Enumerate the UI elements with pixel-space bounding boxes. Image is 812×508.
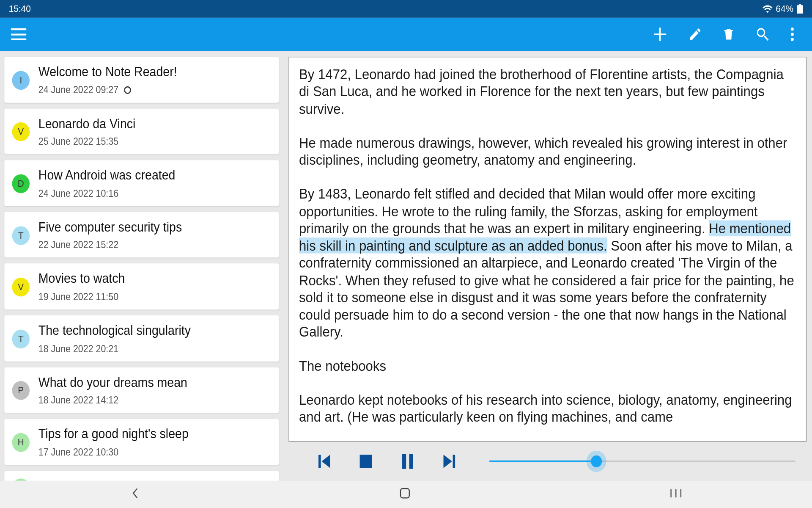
- app-bar: [0, 18, 812, 51]
- back-nav-button[interactable]: [108, 484, 162, 505]
- ring-icon: [124, 86, 131, 94]
- note-date: 24 June 2022 09:27: [38, 84, 271, 96]
- note-date: 24 June 2022 10:16: [38, 188, 271, 199]
- note-title: Tips for a good night's sleep: [38, 426, 271, 443]
- note-date: 19 June 2022 11:50: [38, 291, 271, 303]
- audio-player: [288, 442, 807, 481]
- progress-slider[interactable]: [489, 453, 796, 470]
- avatar: V: [12, 122, 30, 141]
- svg-point-1: [791, 33, 794, 36]
- note-date: 22 June 2022 15:22: [38, 240, 271, 251]
- menu-icon[interactable]: [11, 28, 26, 40]
- list-item[interactable]: TThe technological singularity18 June 20…: [4, 315, 279, 361]
- overflow-menu-icon[interactable]: [790, 27, 794, 42]
- list-item[interactable]: HTips for a good night's sleep17 June 20…: [4, 419, 279, 465]
- stop-button[interactable]: [357, 451, 375, 471]
- note-title: Five computer security tips: [38, 219, 271, 236]
- note-paragraph: He made numerous drawings, however, whic…: [299, 134, 796, 168]
- list-item[interactable]: VMovies to watch19 June 2022 11:50: [4, 264, 279, 309]
- home-nav-button[interactable]: [378, 484, 433, 505]
- note-title: What do your dreams mean: [38, 374, 271, 391]
- avatar: I: [12, 71, 30, 90]
- svg-point-0: [791, 28, 794, 31]
- list-item[interactable]: VLeonardo da Vinci25 June 2022 15:35: [4, 108, 279, 154]
- list-item[interactable]: DHow Android was created24 June 2022 10:…: [4, 160, 279, 206]
- avatar: V: [12, 278, 30, 297]
- navigation-bar: [0, 481, 812, 508]
- avatar: T: [12, 226, 30, 245]
- list-item[interactable]: TFive computer security tips22 June 2022…: [4, 212, 279, 258]
- note-date: 18 June 2022 20:21: [38, 343, 271, 354]
- search-button[interactable]: [755, 26, 770, 42]
- note-date: 25 June 2022 15:35: [38, 136, 271, 147]
- note-paragraph: By 1483, Leonardo felt stifled and decid…: [299, 185, 796, 341]
- avatar: D: [12, 174, 30, 193]
- note-date: 17 June 2022 10:30: [38, 447, 271, 458]
- avatar: T: [12, 329, 30, 348]
- pause-button[interactable]: [398, 451, 417, 471]
- note-content[interactable]: By 1472, Leonardo had joined the brother…: [288, 57, 807, 442]
- avatar: H: [12, 433, 30, 452]
- svg-rect-6: [401, 489, 409, 498]
- svg-rect-3: [360, 455, 372, 468]
- add-button[interactable]: [652, 25, 668, 43]
- note-title: Movies to watch: [38, 271, 271, 288]
- list-item[interactable]: IWelcome to Note Reader!24 June 2022 09:…: [4, 57, 279, 102]
- previous-button[interactable]: [313, 451, 333, 471]
- note-date: 18 June 2022 14:12: [38, 395, 271, 406]
- recents-nav-button[interactable]: [648, 484, 704, 504]
- list-item[interactable]: PWhat do your dreams mean18 June 2022 14…: [4, 367, 279, 413]
- wifi-icon: [763, 5, 772, 13]
- svg-rect-5: [409, 454, 413, 469]
- note-title: Welcome to Note Reader!: [38, 64, 271, 81]
- edit-button[interactable]: [688, 27, 702, 42]
- svg-point-2: [791, 38, 794, 41]
- battery-text: 64%: [776, 3, 793, 14]
- delete-button[interactable]: [722, 27, 735, 42]
- battery-icon: [797, 4, 804, 14]
- status-time: 15:40: [9, 3, 31, 14]
- note-title: How Android was created: [38, 167, 271, 184]
- note-heading: The notebooks: [299, 357, 796, 375]
- next-button[interactable]: [440, 451, 461, 471]
- status-bar: 15:40 64%: [0, 0, 812, 18]
- note-paragraph: Leonardo kept notebooks of his research …: [299, 391, 796, 426]
- note-title: The technological singularity: [38, 323, 271, 340]
- note-title: Leonardo da Vinci: [38, 116, 271, 133]
- note-paragraph: By 1472, Leonardo had joined the brother…: [299, 66, 796, 118]
- svg-rect-4: [402, 454, 406, 469]
- list-item[interactable]: HBlue zones Okinawan: [4, 471, 279, 481]
- avatar: P: [12, 381, 30, 400]
- notes-list: IWelcome to Note Reader!24 June 2022 09:…: [0, 51, 283, 481]
